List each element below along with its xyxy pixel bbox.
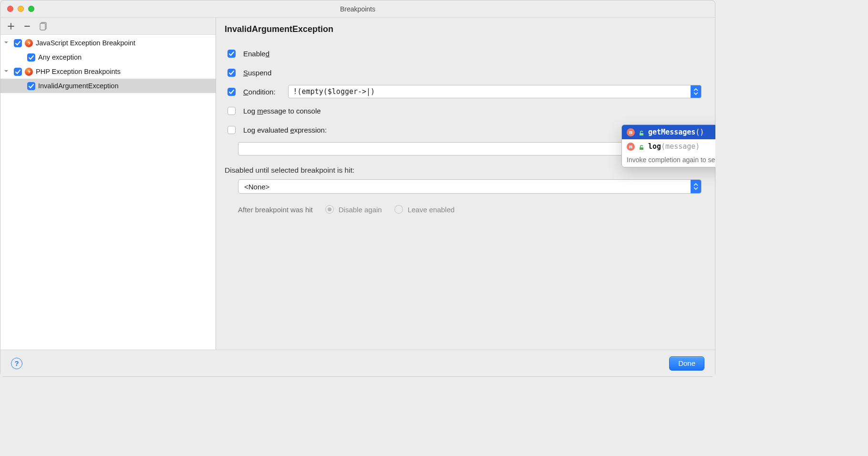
breakpoints-list-panel: JavaScript Exception Breakpoint Any exce…: [0, 18, 216, 350]
remove-breakpoint-button[interactable]: [22, 21, 32, 31]
after-hit-disable-again-radio[interactable]: Disable again: [325, 205, 382, 214]
completion-hint: Invoke completion again to see more vari…: [622, 154, 715, 167]
add-breakpoint-button[interactable]: [6, 21, 16, 31]
close-window-button[interactable]: [7, 6, 13, 12]
group-checkbox[interactable]: [14, 68, 22, 76]
completion-signature: getMessages(): [648, 128, 715, 136]
after-hit-leave-enabled-radio[interactable]: Leave enabled: [394, 205, 455, 214]
disabled-until-combobox[interactable]: <None>: [238, 179, 702, 194]
tree-item-label: Any exception: [38, 53, 82, 61]
code-completion-popup[interactable]: m getMessages() array m log(message) voi…: [621, 124, 715, 167]
condition-checkbox[interactable]: [227, 88, 236, 96]
dialog-footer: ? Done: [0, 350, 715, 376]
list-toolbar: [0, 18, 216, 35]
minimize-window-button[interactable]: [18, 6, 24, 12]
titlebar: Breakpoints: [0, 0, 715, 18]
public-lock-icon: [639, 129, 644, 135]
zoom-window-button[interactable]: [28, 6, 34, 12]
window-controls: [7, 6, 34, 12]
disclosure-triangle-icon[interactable]: [3, 68, 10, 75]
after-hit-group: After breakpoint was hit Disable again L…: [238, 205, 702, 214]
group-by-file-icon[interactable]: [39, 21, 48, 31]
item-checkbox[interactable]: [27, 53, 35, 62]
method-icon: m: [627, 128, 635, 136]
dialog-content: JavaScript Exception Breakpoint Any exce…: [0, 18, 715, 350]
suspend-label: Suspend: [243, 69, 271, 77]
breakpoint-details-panel: InvalidArgumentException Enabled Suspend: [216, 18, 715, 350]
log-expression-label: Log evaluated expression:: [243, 126, 327, 134]
completion-item-log[interactable]: m log(message) void: [622, 139, 715, 154]
enabled-label: Enabled: [243, 50, 269, 58]
details-title: InvalidArgumentException: [225, 24, 702, 34]
after-hit-label: After breakpoint was hit: [238, 206, 313, 214]
tree-group-label: PHP Exception Breakpoints: [36, 68, 121, 75]
help-button[interactable]: ?: [11, 358, 22, 369]
done-button[interactable]: Done: [669, 356, 704, 371]
after-hit-leave-label: Leave enabled: [408, 206, 455, 214]
suspend-checkbox[interactable]: [227, 69, 236, 77]
completion-item-getmessages[interactable]: m getMessages() array: [622, 125, 715, 139]
tree-item-invalid-argument-exception[interactable]: InvalidArgumentException: [0, 79, 216, 93]
condition-code[interactable]: !(empty($logger->|): [289, 87, 691, 96]
item-checkbox[interactable]: [27, 82, 35, 90]
group-checkbox[interactable]: [14, 39, 22, 47]
exception-breakpoint-icon: [25, 68, 33, 76]
public-lock-icon: [639, 144, 644, 149]
completion-signature: log(message): [648, 142, 715, 151]
method-icon: m: [627, 143, 635, 151]
window-title: Breakpoints: [0, 5, 715, 13]
disabled-until-value: <None>: [244, 183, 691, 191]
svg-rect-1: [40, 23, 45, 30]
tree-group-js-exceptions[interactable]: JavaScript Exception Breakpoint: [0, 36, 216, 50]
condition-label: Condition:: [243, 88, 276, 96]
tree-group-label: JavaScript Exception Breakpoint: [36, 39, 135, 47]
after-hit-disable-label: Disable again: [339, 206, 382, 214]
breakpoints-dialog: Breakpoints: [0, 0, 715, 377]
tree-group-php-exceptions[interactable]: PHP Exception Breakpoints: [0, 64, 216, 79]
log-console-label: Log message to console: [243, 107, 321, 115]
enabled-checkbox[interactable]: [227, 50, 236, 58]
log-expression-checkbox[interactable]: [227, 126, 236, 134]
dropdown-handle-icon[interactable]: [691, 85, 701, 98]
tree-item-any-exception[interactable]: Any exception: [0, 50, 216, 64]
exception-breakpoint-icon: [25, 39, 33, 47]
dropdown-handle-icon[interactable]: [691, 180, 701, 193]
tree-item-label: InvalidArgumentException: [38, 82, 118, 90]
condition-input[interactable]: !(empty($logger->|): [288, 85, 702, 98]
log-console-checkbox[interactable]: [227, 107, 236, 115]
disclosure-triangle-icon[interactable]: [3, 40, 10, 46]
breakpoints-tree[interactable]: JavaScript Exception Breakpoint Any exce…: [0, 35, 216, 350]
